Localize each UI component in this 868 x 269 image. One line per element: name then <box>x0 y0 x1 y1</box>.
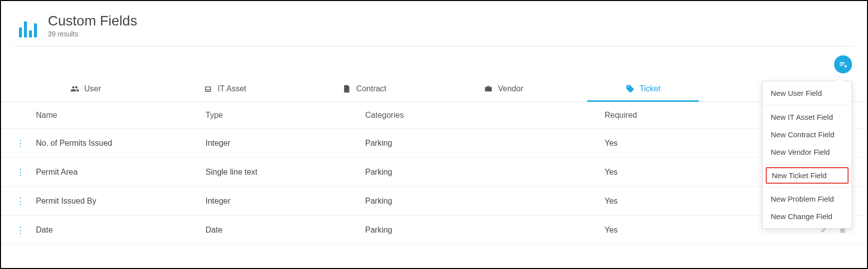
dropdown-item-new-vendor-field[interactable]: New Vendor Field <box>763 143 852 161</box>
document-icon <box>342 84 351 93</box>
tag-icon <box>626 84 635 93</box>
dropdown-item-new-contract-field[interactable]: New Contract Field <box>763 126 852 143</box>
page-header: Custom Fields 39 results <box>1 1 867 46</box>
col-header-categories: Categories <box>365 111 605 120</box>
people-icon <box>70 84 79 93</box>
drag-handle-icon[interactable]: ⋮ <box>16 139 24 148</box>
col-header-name: Name <box>36 111 206 120</box>
cell-type: Integer <box>206 197 365 206</box>
dropdown-separator <box>763 105 852 105</box>
dropdown-separator <box>763 164 852 164</box>
cell-name: No. of Permits Issued <box>36 139 206 148</box>
cell-type: Single line text <box>206 168 365 177</box>
tab-ticket[interactable]: Ticket <box>573 77 712 101</box>
cell-type: Integer <box>206 139 365 148</box>
add-field-button[interactable] <box>834 55 852 73</box>
briefcase-icon <box>484 84 493 93</box>
bar-chart-icon <box>16 13 40 37</box>
table-row[interactable]: ⋮ Permit Issued By Integer Parking Yes <box>1 187 867 216</box>
tab-label: Contract <box>356 84 386 93</box>
drag-handle-icon[interactable]: ⋮ <box>16 226 24 235</box>
dropdown-item-new-problem-field[interactable]: New Problem Field <box>763 190 852 208</box>
cell-name: Permit Issued By <box>36 197 206 206</box>
cell-type: Date <box>206 226 365 235</box>
drag-handle-icon[interactable]: ⋮ <box>16 168 24 177</box>
cell-required: Yes <box>605 168 704 177</box>
tab-label: User <box>84 84 101 93</box>
cell-categories: Parking <box>365 226 605 235</box>
tabs: User IT Asset Contract Vendor Ticket Pro… <box>1 77 867 102</box>
cell-categories: Parking <box>365 197 605 206</box>
cell-required: Yes <box>605 139 704 148</box>
page-title: Custom Fields <box>48 13 137 29</box>
cell-categories: Parking <box>365 139 605 148</box>
tab-it-asset[interactable]: IT Asset <box>155 77 294 101</box>
results-count: 39 results <box>48 30 137 38</box>
col-header-required: Required <box>605 111 704 120</box>
tab-vendor[interactable]: Vendor <box>434 77 573 101</box>
cell-required: Yes <box>605 197 704 206</box>
table-row[interactable]: ⋮ No. of Permits Issued Integer Parking … <box>1 129 867 158</box>
tab-contract[interactable]: Contract <box>295 77 434 101</box>
laptop-icon <box>204 84 213 93</box>
dropdown-item-new-user-field[interactable]: New User Field <box>763 84 852 102</box>
tab-user[interactable]: User <box>16 77 155 101</box>
table-header: Name Type Categories Required <box>1 102 867 129</box>
tab-label: Vendor <box>498 84 523 93</box>
add-field-dropdown: New User Field New IT Asset Field New Co… <box>762 81 852 229</box>
table-row[interactable]: ⋮ Date Date Parking Yes <box>1 216 867 245</box>
cell-name: Permit Area <box>36 168 206 177</box>
dropdown-item-new-change-field[interactable]: New Change Field <box>763 208 852 225</box>
drag-handle-icon[interactable]: ⋮ <box>16 197 24 206</box>
cell-categories: Parking <box>365 168 605 177</box>
dropdown-separator <box>763 187 852 187</box>
col-header-type: Type <box>206 111 365 120</box>
dropdown-item-new-ticket-field[interactable]: New Ticket Field <box>766 167 849 184</box>
add-list-icon <box>839 60 848 69</box>
cell-name: Date <box>36 226 206 235</box>
dropdown-item-new-it-asset-field[interactable]: New IT Asset Field <box>763 108 852 126</box>
cell-required: Yes <box>605 226 704 235</box>
table-row[interactable]: ⋮ Permit Area Single line text Parking Y… <box>1 158 867 187</box>
tab-label: Ticket <box>640 84 660 93</box>
tab-label: IT Asset <box>217 84 246 93</box>
